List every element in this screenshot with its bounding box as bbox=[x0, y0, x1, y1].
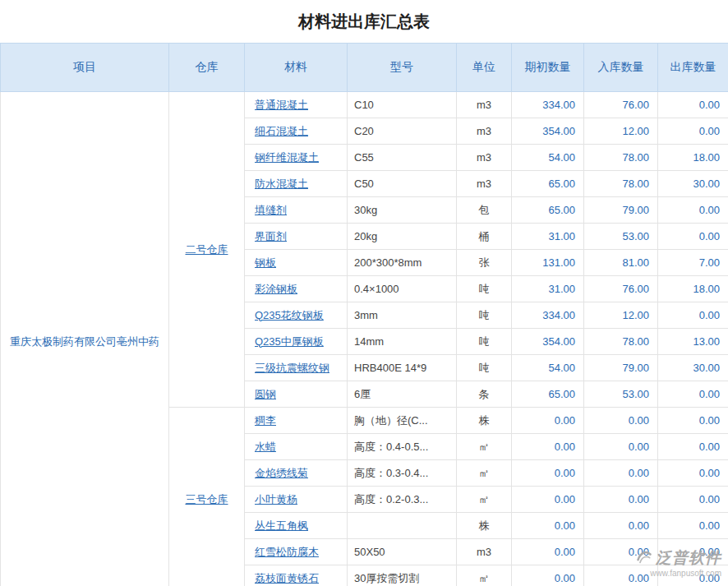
out-qty-cell: 0.00 bbox=[658, 118, 728, 145]
material-link[interactable]: 三级抗震螺纹钢 bbox=[255, 362, 329, 374]
in-qty-cell: 79.00 bbox=[584, 197, 658, 224]
material-cell[interactable]: Q235花纹钢板 bbox=[245, 302, 348, 329]
model-cell: 高度：0.3-0.4... bbox=[348, 460, 457, 487]
table-header-row: 项目 仓库 材料 型号 单位 期初数量 入库数量 出库数量 bbox=[1, 44, 728, 92]
model-cell: 高度：0.2-0.3... bbox=[348, 487, 457, 513]
out-qty-cell: 18.00 bbox=[658, 276, 728, 302]
material-cell[interactable]: Q235中厚钢板 bbox=[245, 329, 348, 355]
out-qty-cell: 0.00 bbox=[658, 381, 728, 408]
in-qty-cell: 79.00 bbox=[584, 355, 658, 381]
unit-cell: 吨 bbox=[457, 276, 512, 302]
out-qty-cell: 7.00 bbox=[658, 250, 728, 276]
warehouse-cell[interactable]: 二号仓库 bbox=[169, 92, 245, 408]
unit-cell: 吨 bbox=[457, 355, 512, 381]
material-link[interactable]: 荔枝面黄锈石 bbox=[255, 572, 319, 584]
warehouse-link[interactable]: 二号仓库 bbox=[186, 243, 228, 256]
out-qty-cell: 30.00 bbox=[658, 171, 728, 197]
begin-qty-cell: 0.00 bbox=[512, 434, 584, 460]
in-qty-cell: 12.00 bbox=[584, 118, 658, 145]
material-cell[interactable]: 钢板 bbox=[245, 250, 348, 276]
material-link[interactable]: 普通混凝土 bbox=[255, 99, 308, 111]
unit-cell: 包 bbox=[457, 197, 512, 224]
material-link[interactable]: Q235花纹钢板 bbox=[255, 309, 324, 321]
col-header-unit: 单位 bbox=[457, 44, 512, 92]
model-cell: 胸（地）径(C... bbox=[348, 408, 457, 434]
in-qty-cell: 78.00 bbox=[584, 329, 658, 355]
in-qty-cell: 76.00 bbox=[584, 276, 658, 302]
in-qty-cell: 81.00 bbox=[584, 250, 658, 276]
unit-cell: m3 bbox=[457, 539, 512, 565]
material-cell[interactable]: 水蜡 bbox=[245, 434, 348, 460]
unit-cell: m3 bbox=[457, 92, 512, 118]
model-cell: HRB400E 14*9 bbox=[348, 355, 457, 381]
material-link[interactable]: 金焰绣线菊 bbox=[255, 467, 308, 479]
material-link[interactable]: 钢纤维混凝土 bbox=[255, 151, 319, 164]
out-qty-cell: 0.00 bbox=[658, 565, 728, 586]
model-cell: 6厘 bbox=[348, 381, 457, 408]
material-link[interactable]: 水蜡 bbox=[255, 441, 276, 453]
material-cell[interactable]: 防水混凝土 bbox=[245, 171, 348, 197]
model-cell: 200*300*8mm bbox=[348, 250, 457, 276]
out-qty-cell: 0.00 bbox=[658, 513, 728, 539]
begin-qty-cell: 0.00 bbox=[512, 487, 584, 513]
material-link[interactable]: 小叶黄杨 bbox=[255, 493, 297, 505]
material-cell[interactable]: 钢纤维混凝土 bbox=[245, 145, 348, 171]
material-cell[interactable]: 荔枝面黄锈石 bbox=[245, 565, 348, 586]
material-link[interactable]: 填缝剂 bbox=[255, 204, 287, 216]
warehouse-cell[interactable]: 三号仓库 bbox=[169, 408, 245, 586]
unit-cell: 株 bbox=[457, 513, 512, 539]
material-cell[interactable]: 普通混凝土 bbox=[245, 92, 348, 118]
col-header-begin-qty: 期初数量 bbox=[512, 44, 584, 92]
material-cell[interactable]: 填缝剂 bbox=[245, 197, 348, 224]
in-qty-cell: 12.00 bbox=[584, 302, 658, 329]
col-header-out-qty: 出库数量 bbox=[658, 44, 728, 92]
material-cell[interactable]: 小叶黄杨 bbox=[245, 487, 348, 513]
material-cell[interactable]: 稠李 bbox=[245, 408, 348, 434]
in-qty-cell: 0.00 bbox=[584, 487, 658, 513]
begin-qty-cell: 54.00 bbox=[512, 355, 584, 381]
model-cell: 50X50 bbox=[348, 539, 457, 565]
begin-qty-cell: 0.00 bbox=[512, 513, 584, 539]
in-qty-cell: 53.00 bbox=[584, 224, 658, 250]
material-link[interactable]: 稠李 bbox=[255, 414, 276, 427]
material-link[interactable]: 界面剂 bbox=[255, 230, 287, 242]
in-qty-cell: 0.00 bbox=[584, 565, 658, 586]
out-qty-cell: 0.00 bbox=[658, 460, 728, 487]
material-link[interactable]: 细石混凝土 bbox=[255, 125, 308, 137]
model-cell: C20 bbox=[348, 118, 457, 145]
material-cell[interactable]: 圆钢 bbox=[245, 381, 348, 408]
in-qty-cell: 76.00 bbox=[584, 92, 658, 118]
material-cell[interactable]: 金焰绣线菊 bbox=[245, 460, 348, 487]
begin-qty-cell: 65.00 bbox=[512, 171, 584, 197]
material-link[interactable]: Q235中厚钢板 bbox=[255, 335, 324, 348]
out-qty-cell: 18.00 bbox=[658, 145, 728, 171]
material-cell[interactable]: 丛生五角枫 bbox=[245, 513, 348, 539]
page-title: 材料进出库汇总表 bbox=[0, 0, 728, 43]
begin-qty-cell: 65.00 bbox=[512, 197, 584, 224]
begin-qty-cell: 354.00 bbox=[512, 118, 584, 145]
unit-cell: 株 bbox=[457, 408, 512, 434]
model-cell: 0.4×1000 bbox=[348, 276, 457, 302]
material-link[interactable]: 红雪松防腐木 bbox=[255, 546, 319, 558]
unit-cell: m3 bbox=[457, 145, 512, 171]
material-cell[interactable]: 界面剂 bbox=[245, 224, 348, 250]
material-link[interactable]: 圆钢 bbox=[255, 388, 276, 400]
model-cell: 14mm bbox=[348, 329, 457, 355]
col-header-material: 材料 bbox=[245, 44, 348, 92]
begin-qty-cell: 31.00 bbox=[512, 224, 584, 250]
material-cell[interactable]: 细石混凝土 bbox=[245, 118, 348, 145]
model-cell: 20kg bbox=[348, 224, 457, 250]
material-link[interactable]: 丛生五角枫 bbox=[255, 519, 308, 532]
material-link[interactable]: 彩涂钢板 bbox=[255, 283, 297, 295]
material-link[interactable]: 钢板 bbox=[255, 256, 276, 269]
out-qty-cell: 0.00 bbox=[658, 92, 728, 118]
model-cell: 高度：0.4-0.5... bbox=[348, 434, 457, 460]
material-cell[interactable]: 三级抗震螺纹钢 bbox=[245, 355, 348, 381]
material-cell[interactable]: 红雪松防腐木 bbox=[245, 539, 348, 565]
material-cell[interactable]: 彩涂钢板 bbox=[245, 276, 348, 302]
in-qty-cell: 78.00 bbox=[584, 145, 658, 171]
material-link[interactable]: 防水混凝土 bbox=[255, 178, 308, 190]
out-qty-cell: 13.00 bbox=[658, 329, 728, 355]
unit-cell: ㎡ bbox=[457, 434, 512, 460]
warehouse-link[interactable]: 三号仓库 bbox=[186, 493, 228, 505]
